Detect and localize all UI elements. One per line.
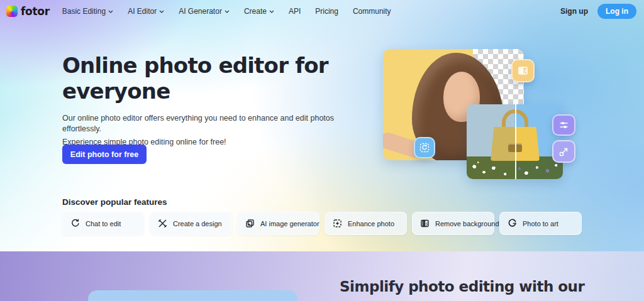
upscale-expand-icon[interactable] bbox=[552, 140, 575, 163]
nav-item-community[interactable]: Community bbox=[353, 7, 391, 16]
fotor-logo-text: fotor bbox=[21, 5, 50, 18]
nav-item-ai-generator[interactable]: AI Generator bbox=[179, 7, 230, 16]
next-section-heading: Simplify photo editing with our bbox=[340, 278, 584, 295]
hero-visual bbox=[383, 49, 576, 179]
adjust-sliders-icon[interactable] bbox=[552, 114, 575, 136]
feature-label: Enhance photo bbox=[348, 220, 394, 227]
ai-restore-icon[interactable] bbox=[414, 137, 435, 158]
crossed-pens-icon bbox=[158, 219, 167, 228]
feature-create-a-design[interactable]: Create a design bbox=[150, 212, 232, 235]
feature-remove-background[interactable]: Remove background bbox=[412, 212, 494, 235]
handbag-photo bbox=[467, 104, 563, 179]
page-title: Online photo editor for everyone bbox=[62, 53, 389, 105]
feature-label: AI image generator bbox=[260, 220, 319, 227]
hero-description-line1: Our online photo editor offers everythin… bbox=[62, 113, 339, 134]
sign-up-link[interactable]: Sign up bbox=[560, 7, 588, 16]
next-section-media-preview bbox=[88, 290, 297, 301]
chevron-down-icon bbox=[159, 10, 164, 13]
chat-refresh-icon bbox=[70, 219, 80, 228]
nav-item-pricing[interactable]: Pricing bbox=[315, 7, 338, 16]
feature-enhance-photo[interactable]: Enhance photo bbox=[325, 212, 407, 235]
chevron-down-icon bbox=[225, 10, 230, 13]
remove-background-icon[interactable] bbox=[511, 59, 535, 82]
nav-item-label: Basic Editing bbox=[62, 7, 106, 16]
feature-ai-image-generator[interactable]: AI image generator bbox=[237, 212, 319, 235]
nav-item-label: AI Editor bbox=[128, 7, 157, 16]
nav-auth: Sign up Log in bbox=[560, 4, 636, 19]
nav-item-label: AI Generator bbox=[179, 7, 222, 16]
nav-item-basic-editing[interactable]: Basic Editing bbox=[62, 7, 113, 16]
log-in-button[interactable]: Log in bbox=[597, 4, 636, 19]
chevron-down-icon bbox=[108, 10, 113, 13]
sparkle-frame-icon bbox=[333, 219, 342, 228]
chevron-down-icon bbox=[269, 10, 274, 13]
next-section: Simplify photo editing with our bbox=[0, 251, 644, 301]
feature-label: Remove background bbox=[435, 220, 499, 227]
page-title-line2: everyone bbox=[62, 79, 389, 104]
feature-photo-to-art[interactable]: Photo to art bbox=[499, 212, 582, 235]
nav-menu: Basic Editing AI Editor AI Generator Cre… bbox=[62, 7, 391, 16]
nav-item-create[interactable]: Create bbox=[244, 7, 274, 16]
art-swirl-icon bbox=[508, 219, 517, 228]
nav-item-label: API bbox=[289, 7, 301, 16]
before-after-divider[interactable] bbox=[515, 104, 516, 179]
nav-item-ai-editor[interactable]: AI Editor bbox=[128, 7, 164, 16]
fotor-homepage: fotor Basic Editing AI Editor AI Generat… bbox=[0, 0, 644, 301]
page-title-line1: Online photo editor for bbox=[62, 53, 389, 79]
image-stack-icon bbox=[245, 219, 255, 228]
fotor-logo[interactable]: fotor bbox=[6, 5, 50, 18]
features-heading: Discover popular features bbox=[62, 197, 167, 207]
top-nav: fotor Basic Editing AI Editor AI Generat… bbox=[0, 0, 644, 23]
feature-label: Chat to edit bbox=[86, 220, 121, 227]
split-square-icon bbox=[420, 219, 430, 228]
feature-label: Create a design bbox=[173, 220, 222, 227]
features-row: Chat to edit Create a design AI image ge… bbox=[62, 212, 582, 235]
nav-item-api[interactable]: API bbox=[289, 7, 301, 16]
feature-chat-to-edit[interactable]: Chat to edit bbox=[62, 212, 145, 235]
nav-item-label: Pricing bbox=[315, 7, 338, 16]
feature-label: Photo to art bbox=[523, 220, 558, 227]
hero-description: Our online photo editor offers everythin… bbox=[62, 113, 339, 148]
edit-photo-cta-button[interactable]: Edit photo for free bbox=[62, 145, 147, 164]
nav-item-label: Community bbox=[353, 7, 391, 16]
nav-item-label: Create bbox=[244, 7, 267, 16]
fotor-logo-icon bbox=[6, 6, 18, 17]
